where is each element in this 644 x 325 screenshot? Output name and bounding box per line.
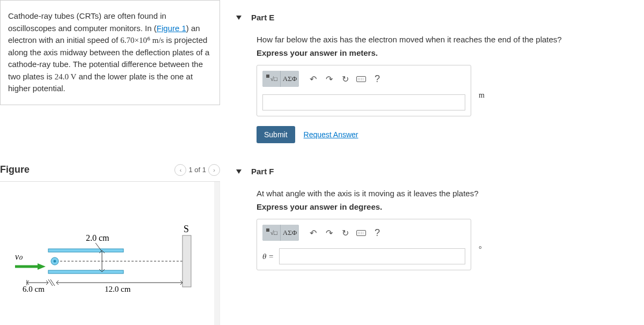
figure-link[interactable]: Figure 1 bbox=[157, 24, 186, 33]
svg-text:√□: √□ bbox=[270, 76, 277, 82]
figure-diagram: 2.0 cm v₀ S bbox=[0, 182, 219, 312]
help-button[interactable]: ? bbox=[370, 71, 385, 86]
greek-button[interactable]: ΑΣΦ bbox=[281, 225, 299, 241]
v0-label: v₀ bbox=[15, 252, 23, 261]
svg-line-16 bbox=[48, 279, 53, 286]
request-answer-link[interactable]: Request Answer bbox=[304, 130, 358, 139]
problem-text-1: Cathode-ray tubes (CRTs) are often found… bbox=[8, 11, 166, 33]
part-f-title: Part F bbox=[251, 167, 274, 176]
svg-rect-1 bbox=[48, 270, 123, 274]
undo-button[interactable]: ↶ bbox=[305, 71, 320, 86]
reset-button[interactable]: ↻ bbox=[338, 71, 353, 86]
redo-button[interactable]: ↷ bbox=[321, 71, 336, 86]
svg-line-17 bbox=[50, 279, 55, 286]
part-e-instruction: Express your answer in meters. bbox=[257, 48, 644, 57]
redo-button[interactable]: ↷ bbox=[321, 225, 336, 240]
gap-label: 2.0 cm bbox=[86, 233, 109, 242]
figure-title: Figure bbox=[0, 164, 30, 175]
part-e-header[interactable]: Part E bbox=[236, 5, 644, 29]
keyboard-button[interactable] bbox=[354, 71, 369, 86]
caret-down-icon bbox=[236, 16, 241, 20]
voltage-value: 24.0 V bbox=[55, 72, 77, 81]
figure-scrollbar[interactable] bbox=[214, 182, 219, 326]
figure-prev-button[interactable]: ‹ bbox=[174, 164, 186, 176]
templates-button[interactable]: √□ bbox=[262, 71, 281, 87]
figure-nav: ‹ 1 of 1 › bbox=[174, 164, 220, 176]
part-f-unit: ° bbox=[479, 245, 482, 254]
svg-text:√□: √□ bbox=[270, 230, 277, 236]
caret-down-icon bbox=[236, 169, 241, 174]
submit-button[interactable]: Submit bbox=[257, 126, 295, 143]
figure-next-button[interactable]: › bbox=[208, 164, 220, 176]
part-f-header[interactable]: Part F bbox=[236, 159, 644, 183]
part-e-unit: m bbox=[479, 91, 485, 100]
svg-rect-19 bbox=[266, 75, 269, 78]
svg-rect-21 bbox=[266, 228, 269, 232]
part-e-answer-box: √□ ΑΣΦ ↶ ↷ ↻ ? bbox=[257, 65, 471, 116]
figure-nav-text: 1 of 1 bbox=[188, 166, 206, 174]
templates-button[interactable]: √□ bbox=[262, 225, 281, 241]
svg-rect-13 bbox=[182, 235, 191, 287]
svg-marker-12 bbox=[38, 263, 46, 270]
length-label: 12.0 cm bbox=[105, 285, 131, 293]
keyboard-button[interactable] bbox=[354, 225, 369, 240]
svg-rect-0 bbox=[48, 249, 123, 252]
reset-button[interactable]: ↻ bbox=[338, 225, 353, 240]
before-label: 6.0 cm bbox=[23, 285, 45, 293]
part-f-input[interactable] bbox=[279, 248, 465, 264]
speed-value: 6.70×10⁶ m/s bbox=[120, 36, 164, 45]
greek-button[interactable]: ΑΣΦ bbox=[281, 71, 299, 87]
problem-statement: Cathode-ray tubes (CRTs) are often found… bbox=[0, 0, 220, 105]
help-button[interactable]: ? bbox=[370, 225, 385, 240]
part-f-instruction: Express your answer in degrees. bbox=[257, 202, 644, 211]
screen-label: S bbox=[184, 224, 189, 234]
part-f-prefix: θ = bbox=[262, 252, 274, 261]
undo-button[interactable]: ↶ bbox=[305, 225, 320, 240]
part-e-question: How far below the axis has the electron … bbox=[257, 35, 644, 44]
part-f-answer-box: √□ ΑΣΦ ↶ ↷ ↻ ? θ = bbox=[257, 219, 471, 270]
part-e-title: Part E bbox=[251, 13, 274, 22]
part-e-input[interactable] bbox=[262, 94, 465, 110]
part-f-question: At what angle with the axis is it moving… bbox=[257, 189, 644, 198]
svg-point-10 bbox=[54, 260, 56, 262]
